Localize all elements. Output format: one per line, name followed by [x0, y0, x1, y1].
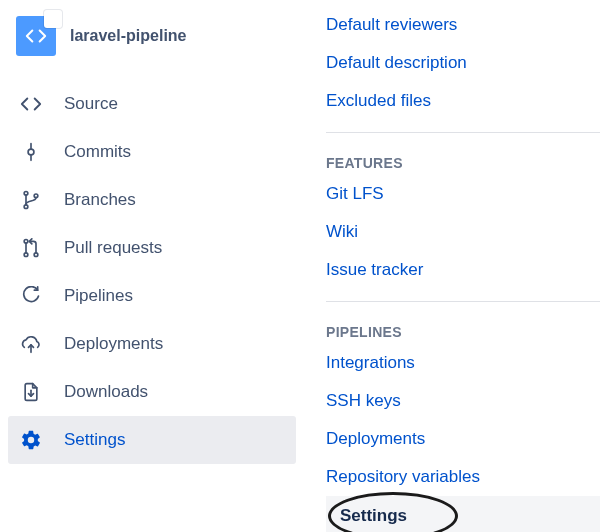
- sidebar-item-label: Commits: [64, 142, 131, 162]
- settings-panel: Default reviewers Default description Ex…: [304, 0, 600, 532]
- sidebar-item-label: Downloads: [64, 382, 148, 402]
- link-pipelines-settings[interactable]: Settings: [326, 496, 600, 532]
- sidebar-item-label: Deployments: [64, 334, 163, 354]
- code-icon: [18, 91, 44, 117]
- link-deployments[interactable]: Deployments: [326, 420, 600, 458]
- commit-icon: [18, 139, 44, 165]
- settings-list: Default reviewers Default description Ex…: [326, 0, 600, 120]
- sidebar-nav: Source Commits Branches Pull requests: [8, 80, 296, 464]
- link-default-reviewers[interactable]: Default reviewers: [326, 6, 600, 44]
- svg-point-1: [28, 149, 34, 155]
- pipelines-section: PIPELINES Integrations SSH keys Deployme…: [326, 302, 600, 496]
- svg-rect-0: [50, 19, 57, 23]
- link-integrations[interactable]: Integrations: [326, 344, 600, 382]
- deployments-icon: [18, 331, 44, 357]
- link-ssh-keys[interactable]: SSH keys: [326, 382, 600, 420]
- link-default-description[interactable]: Default description: [326, 44, 600, 82]
- section-heading-features: FEATURES: [326, 139, 600, 175]
- sidebar-item-deployments[interactable]: Deployments: [8, 320, 296, 368]
- sidebar-item-label: Branches: [64, 190, 136, 210]
- sidebar-item-settings[interactable]: Settings: [8, 416, 296, 464]
- app-root: laravel-pipeline Source Commits Branches: [0, 0, 600, 532]
- code-icon: [25, 25, 47, 47]
- sidebar-item-label: Pipelines: [64, 286, 133, 306]
- pull-request-icon: [18, 235, 44, 261]
- features-section: FEATURES Git LFS Wiki Issue tracker: [326, 133, 600, 289]
- sidebar-item-commits[interactable]: Commits: [8, 128, 296, 176]
- sidebar-item-label: Source: [64, 94, 118, 114]
- repo-header[interactable]: laravel-pipeline: [8, 12, 296, 72]
- link-label: Settings: [340, 506, 407, 525]
- link-issue-tracker[interactable]: Issue tracker: [326, 251, 600, 289]
- section-heading-pipelines: PIPELINES: [326, 308, 600, 344]
- sidebar-item-downloads[interactable]: Downloads: [8, 368, 296, 416]
- sidebar-item-pull-requests[interactable]: Pull requests: [8, 224, 296, 272]
- gear-icon: [18, 427, 44, 453]
- sidebar-item-label: Pull requests: [64, 238, 162, 258]
- sidebar-item-source[interactable]: Source: [8, 80, 296, 128]
- sidebar-item-label: Settings: [64, 430, 125, 450]
- link-repository-variables[interactable]: Repository variables: [326, 458, 600, 496]
- link-git-lfs[interactable]: Git LFS: [326, 175, 600, 213]
- lock-icon: [44, 10, 62, 28]
- link-excluded-files[interactable]: Excluded files: [326, 82, 600, 120]
- link-wiki[interactable]: Wiki: [326, 213, 600, 251]
- repo-title: laravel-pipeline: [70, 27, 187, 45]
- downloads-icon: [18, 379, 44, 405]
- sidebar-item-branches[interactable]: Branches: [8, 176, 296, 224]
- repo-avatar: [16, 16, 56, 56]
- branch-icon: [18, 187, 44, 213]
- sidebar: laravel-pipeline Source Commits Branches: [0, 0, 304, 532]
- sidebar-item-pipelines[interactable]: Pipelines: [8, 272, 296, 320]
- pipelines-icon: [18, 283, 44, 309]
